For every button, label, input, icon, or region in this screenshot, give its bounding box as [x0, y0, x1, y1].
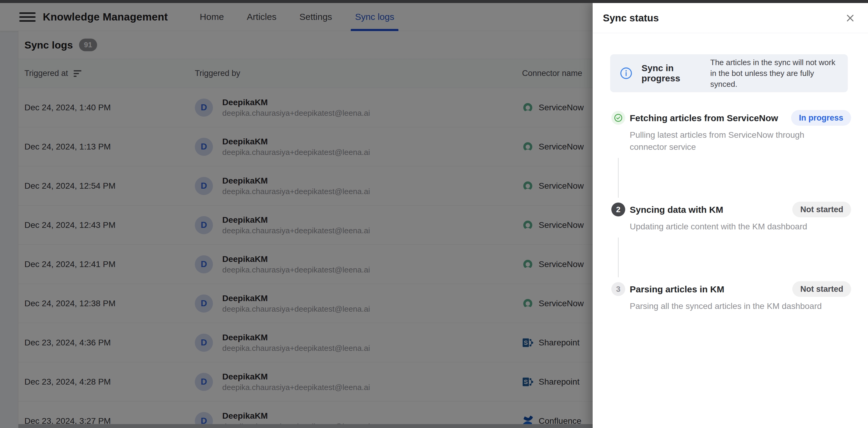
status-badge: In progress — [791, 110, 851, 126]
step-done-check-icon — [611, 111, 625, 125]
sync-steps: Fetching articles from ServiceNow In pro… — [593, 111, 868, 312]
status-badge: Not started — [792, 202, 851, 217]
step-parsing-articles: 3 Parsing articles in KM Not started Par… — [593, 282, 868, 312]
step-description: Updating article content with the KM das… — [630, 221, 838, 233]
sync-in-progress-banner: Sync in progress The articles in the syn… — [610, 54, 848, 92]
panel-title: Sync status — [603, 12, 659, 24]
sync-status-panel: Sync status Sync in progress The article… — [593, 3, 868, 428]
step-description: Pulling latest articles from ServiceNow … — [630, 129, 838, 153]
step-syncing-data: 2 Syncing data with KM Not started Updat… — [593, 202, 868, 233]
main-content: Knowledge Management Home Articles Setti… — [0, 0, 593, 428]
step-number: 2 — [611, 202, 625, 217]
step-description: Parsing all the synced articles in the K… — [630, 300, 838, 312]
app-window: Knowledge Management Home Articles Setti… — [0, 0, 868, 428]
step-connector-line — [618, 237, 619, 277]
step-connector-line — [618, 158, 619, 198]
banner-title: Sync in progress — [642, 63, 710, 84]
banner-message: The articles in the sync will not work i… — [710, 57, 839, 90]
step-number: 3 — [611, 282, 625, 296]
step-fetching-articles: Fetching articles from ServiceNow In pro… — [593, 111, 868, 153]
info-icon — [620, 67, 632, 79]
modal-overlay[interactable] — [0, 0, 593, 428]
browser-top-strip — [0, 0, 868, 3]
panel-header: Sync status — [593, 3, 868, 33]
close-icon[interactable] — [843, 11, 857, 25]
status-badge: Not started — [792, 281, 851, 297]
